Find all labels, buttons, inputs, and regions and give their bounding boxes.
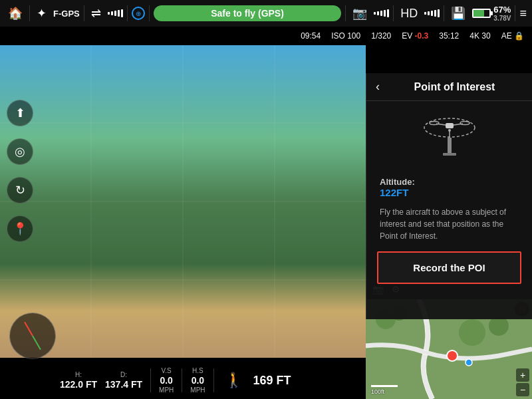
hs-unit: MPH [190, 386, 205, 394]
drone-icon: ✦ [34, 6, 49, 21]
left-icons-panel: ⬆ ◎ ↻ 📍 [7, 100, 33, 242]
gps-mode-label: F-GPS [53, 9, 80, 19]
compass-needle-red [24, 322, 33, 336]
divider-3 [127, 5, 128, 21]
map-scale: 100ft [371, 385, 398, 395]
svg-point-19 [459, 319, 485, 346]
zoom-out-button[interactable]: − [516, 383, 529, 396]
video-res-display: 4K 30 [469, 31, 490, 41]
divider-5 [345, 5, 346, 21]
secondary-bar: 09:54 ISO 100 1/320 EV -0.3 35:12 4K 30 … [0, 27, 532, 45]
height-value: 122.0 FT [60, 379, 97, 390]
vs-unit: MPH [159, 386, 174, 394]
hs-value: 0.0 [192, 375, 204, 386]
takeoff-button[interactable]: ⬆ [7, 100, 33, 126]
link-icon: ⇌ [88, 6, 104, 21]
iso-display: ISO 100 [331, 31, 360, 41]
person-icon: 🚶 [225, 372, 243, 389]
poi-back-button[interactable]: ‹ [376, 80, 380, 94]
ev-display: EV -0.3 [402, 31, 428, 41]
hs-stat: H.S 0.0 MPH [190, 367, 205, 394]
camera-signal-bars [374, 9, 389, 17]
svg-point-15 [448, 129, 451, 132]
ae-display: AE 🔒 [501, 31, 524, 41]
compass [9, 313, 56, 359]
divider-2 [84, 5, 84, 21]
shutter-display: 1/320 [371, 31, 391, 41]
distance-label: D: [120, 371, 127, 378]
poi-description: Fly the aircraft to above a subject of i… [366, 201, 532, 251]
orbit-button[interactable]: ↻ [7, 177, 33, 203]
signal-bars [108, 9, 123, 17]
svg-rect-12 [448, 138, 452, 154]
divider-6 [393, 5, 394, 21]
battery-display: 67% 3.78V [472, 5, 511, 22]
height-stat: H: 122.0 FT [60, 371, 97, 390]
vs-label: V.S [162, 367, 172, 374]
map-button[interactable]: ◎ [7, 138, 33, 165]
poi-header: ‹ Point of Interest [366, 73, 532, 101]
status-bar: 🏠 ✦ F-GPS ⇌ ⊕ Safe to fly (GPS) 📷 HD 💾 [0, 0, 532, 27]
svg-point-22 [466, 359, 472, 366]
storage-icon: 💾 [448, 6, 468, 21]
compass-circle [9, 313, 56, 359]
scale-label: 100ft [371, 388, 398, 395]
record-poi-button[interactable]: Record the POI [377, 251, 521, 284]
compass-needle-green [32, 336, 41, 350]
divider-1 [29, 5, 30, 21]
distance-value: 137.4 FT [105, 379, 142, 390]
map-controls[interactable]: + − [516, 368, 529, 396]
altitude-display: 169 FT [253, 374, 291, 388]
scale-bar [371, 385, 398, 387]
menu-icon[interactable]: ≡ [519, 7, 527, 21]
divider-8 [515, 5, 515, 21]
camera-switch-icon: 📷 [350, 6, 370, 21]
svg-rect-7 [446, 123, 454, 128]
grid-overlay [0, 45, 366, 358]
vs-stat: V.S 0.0 MPH [159, 367, 174, 394]
svg-point-10 [430, 122, 439, 125]
poi-panel: ‹ Point of Interest Altitude:122FT Fly [366, 73, 532, 319]
bottom-status-bar: H: 122.0 FT D: 137.4 FT V.S 0.0 MPH H.S … [0, 362, 366, 399]
svg-rect-13 [443, 153, 456, 156]
poi-illustration [366, 101, 532, 174]
sep-1 [150, 368, 151, 392]
gps-icon: ⊕ [132, 7, 145, 20]
resolution-display: 35:12 [439, 31, 459, 41]
zoom-in-button[interactable]: + [516, 368, 529, 382]
safe-to-fly-badge: Safe to fly (GPS) [154, 5, 342, 21]
waypoint-button[interactable]: 📍 [7, 215, 33, 242]
svg-point-21 [447, 350, 458, 361]
poi-drone-svg [416, 114, 483, 168]
time-display: 09:54 [301, 31, 321, 41]
svg-point-11 [460, 122, 469, 125]
sep-3 [213, 368, 214, 392]
poi-altitude: Altitude:122FT [366, 174, 532, 201]
distance-stat: D: 137.4 FT [105, 371, 142, 390]
divider-4 [149, 5, 150, 21]
vs-value: 0.0 [160, 375, 172, 386]
hd-icon: HD [398, 7, 420, 21]
hs-label: H.S [192, 367, 203, 374]
divider-7 [444, 5, 444, 21]
sep-2 [182, 368, 182, 392]
height-label: H: [75, 371, 82, 378]
hd-signal-bars [424, 9, 440, 17]
home-icon[interactable]: 🏠 [5, 6, 25, 21]
poi-title: Point of Interest [386, 81, 523, 93]
